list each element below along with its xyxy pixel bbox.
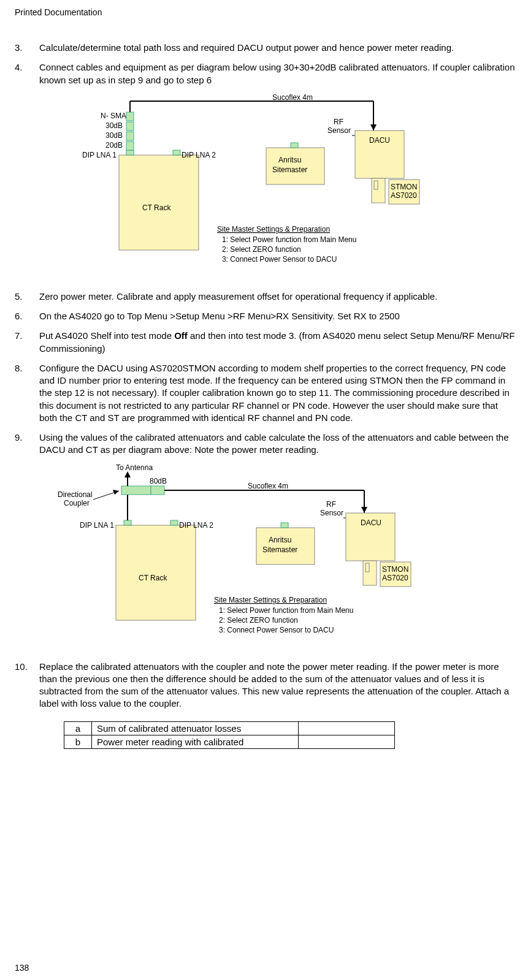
list-text: Put AS4020 Shelf into test mode Off and … xyxy=(39,330,518,355)
ct-rack-label: CT Rack xyxy=(139,574,167,582)
table: a Sum of calibrated attenuator losses b … xyxy=(64,721,395,749)
list-item: 6. On the AS4020 go to Top Menu >Setup M… xyxy=(15,310,518,322)
dip-lna-1-label: DIP LNA 1 xyxy=(80,521,114,530)
list-number: 6. xyxy=(15,310,39,322)
table-row: a Sum of calibrated attenuator losses xyxy=(64,721,395,735)
svg-marker-32 xyxy=(361,507,367,513)
att-30a-label: 30dB xyxy=(105,121,123,130)
svg-rect-20 xyxy=(116,525,196,620)
note-3: 3: Connect Power Sensor to DACU xyxy=(222,255,337,264)
list-text: Calculate/determine total path loss and … xyxy=(39,42,518,54)
list-text: Zero power meter. Calibrate and apply me… xyxy=(39,291,518,303)
to-antenna-label: To Antenna xyxy=(116,464,153,472)
svg-rect-0 xyxy=(119,155,199,250)
coupler-label-1: Directional xyxy=(58,490,93,499)
list-number: 7. xyxy=(15,330,39,355)
svg-rect-2 xyxy=(173,150,180,155)
anritsu-label-1: Anritsu xyxy=(278,156,301,164)
note-2: 2: Select ZERO function xyxy=(222,245,301,254)
cell-c xyxy=(299,735,395,748)
svg-marker-28 xyxy=(113,490,119,495)
document-page: Printed Documentation 3. Calculate/deter… xyxy=(0,0,528,980)
cell-b: Sum of calibrated attenuator losses xyxy=(92,721,299,735)
rf-sensor-label-2: Sensor xyxy=(320,509,343,517)
stmon-label-2: AS7020 xyxy=(391,191,417,200)
ordered-list: 3. Calculate/determine total path loss a… xyxy=(15,42,518,710)
list-number: 3. xyxy=(15,42,39,54)
list-item: 10. Replace the calibrated attenuators w… xyxy=(15,661,518,710)
svg-rect-29 xyxy=(151,486,164,495)
page-number: 138 xyxy=(15,963,29,973)
notes-title: Site Master Settings & Preparation xyxy=(217,225,330,234)
svg-rect-21 xyxy=(124,520,131,525)
diagram-svg: CT Rack DIP LNA 1 DIP LNA 2 N- SMA 30dB … xyxy=(82,94,438,278)
list-text: Connect cables and equipment as per diag… xyxy=(39,61,518,86)
diagram-1: CT Rack DIP LNA 1 DIP LNA 2 N- SMA 30dB … xyxy=(82,94,518,279)
list-number: 8. xyxy=(15,362,39,424)
cell-b: Power meter reading with calibrated xyxy=(92,735,299,748)
svg-rect-3 xyxy=(126,142,134,150)
text-span: Put AS4020 Shelf into test mode xyxy=(39,330,174,341)
cell-a: b xyxy=(64,735,92,748)
list-item: 3. Calculate/determine total path loss a… xyxy=(15,42,518,54)
list-item: 8. Configure the DACU using AS7020STMON … xyxy=(15,362,518,424)
svg-rect-5 xyxy=(126,122,134,131)
sucoflex-label: Sucoflex 4m xyxy=(272,94,313,102)
list-item: 4. Connect cables and equipment as per d… xyxy=(15,61,518,86)
stmon-label-2: AS7020 xyxy=(382,574,408,582)
list-item: 7. Put AS4020 Shelf into test mode Off a… xyxy=(15,330,518,355)
svg-marker-10 xyxy=(370,124,377,131)
svg-rect-39 xyxy=(363,561,377,585)
list-number: 9. xyxy=(15,431,39,457)
svg-rect-4 xyxy=(126,132,134,140)
svg-marker-26 xyxy=(124,471,131,477)
diagram-2: CT Rack DIP LNA 1 DIP LNA 2 To Antenna D… xyxy=(58,464,518,650)
anritsu-label-2: Sitemaster xyxy=(262,545,297,554)
list-item: 5. Zero power meter. Calibrate and apply… xyxy=(15,291,518,303)
list-text: Using the values of the calibrated atten… xyxy=(39,431,518,457)
stmon-label-1: STMON xyxy=(391,183,417,191)
ct-rack-label: CT Rack xyxy=(142,203,171,212)
note-3: 3: Connect Power Sensor to DACU xyxy=(219,626,334,634)
dip-lna-1-label: DIP LNA 1 xyxy=(82,151,117,159)
list-text: Configure the DACU using AS7020STMON acc… xyxy=(39,362,518,424)
rf-sensor-label-1: RF xyxy=(326,500,336,509)
att-30b-label: 30dB xyxy=(105,131,123,140)
anritsu-label-2: Sitemaster xyxy=(272,165,307,174)
list-number: 4. xyxy=(15,61,39,86)
rf-sensor-label-1: RF xyxy=(334,118,343,126)
svg-rect-22 xyxy=(170,520,178,525)
note-1: 1: Select Power function from Main Menu xyxy=(222,235,356,244)
diagram-svg: CT Rack DIP LNA 1 DIP LNA 2 To Antenna D… xyxy=(58,464,426,648)
list-number: 10. xyxy=(15,661,39,710)
sucoflex-label: Sucoflex 4m xyxy=(248,482,288,490)
svg-rect-6 xyxy=(126,112,134,121)
svg-rect-15 xyxy=(291,143,298,148)
loss-table: a Sum of calibrated attenuator losses b … xyxy=(64,721,518,749)
dacu-label: DACU xyxy=(361,518,381,527)
rf-sensor-label-2: Sensor xyxy=(327,126,351,135)
note-2: 2: Select ZERO function xyxy=(219,616,298,625)
list-item: 9. Using the values of the calibrated at… xyxy=(15,431,518,457)
svg-rect-24 xyxy=(121,486,151,495)
list-text: On the AS4020 go to Top Menu >Setup Menu… xyxy=(39,310,518,322)
table-row: b Power meter reading with calibrated xyxy=(64,735,395,748)
svg-rect-37 xyxy=(281,523,288,528)
cell-c xyxy=(299,721,395,735)
dacu-label: DACU xyxy=(369,136,390,145)
dip-lna-2-label: DIP LNA 2 xyxy=(182,151,216,159)
svg-rect-1 xyxy=(126,150,134,155)
svg-rect-17 xyxy=(372,178,385,203)
att-80-label: 80dB xyxy=(150,477,167,485)
att-20-label: 20dB xyxy=(105,141,123,150)
notes-title: Site Master Settings & Preparation xyxy=(214,596,327,604)
coupler-label-2: Coupler xyxy=(64,499,90,507)
page-header: Printed Documentation xyxy=(15,7,518,17)
bold-text: Off xyxy=(174,330,188,341)
list-number: 5. xyxy=(15,291,39,303)
stmon-label-1: STMON xyxy=(382,565,408,574)
note-1: 1: Select Power function from Main Menu xyxy=(219,606,353,615)
list-text: Replace the calibrated attenuators with … xyxy=(39,661,518,710)
nsma-label: N- SMA xyxy=(101,112,126,120)
dip-lna-2-label: DIP LNA 2 xyxy=(179,521,213,530)
